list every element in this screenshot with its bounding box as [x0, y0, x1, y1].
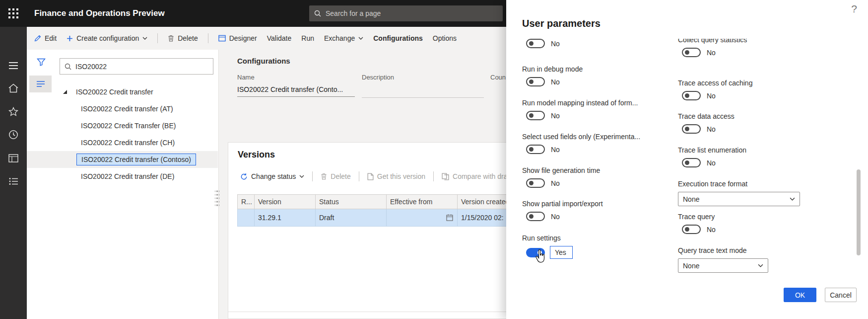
nav-recent-button[interactable]: [0, 125, 27, 145]
change-status-icon: [240, 173, 248, 180]
row-select-cell[interactable]: [238, 209, 255, 226]
compare-label: Compare with dra: [453, 172, 508, 180]
validate-button[interactable]: Validate: [267, 34, 292, 42]
tree-item[interactable]: ISO20022 Credit transfer (DE): [27, 168, 218, 185]
delete-button[interactable]: Delete: [168, 34, 198, 42]
compare-icon: [442, 173, 449, 180]
create-configuration-button[interactable]: Create configuration: [67, 34, 147, 42]
description-field-group: Description: [362, 74, 484, 98]
toggle-value: No: [707, 92, 716, 100]
help-icon[interactable]: ?: [851, 3, 857, 15]
tree-item-label: ISO20022 Credit transfer (DE): [81, 172, 174, 180]
chevron-down-icon: [142, 37, 147, 40]
home-icon: [8, 83, 18, 93]
menu-configurations[interactable]: Configurations: [373, 34, 423, 42]
create-configuration-label: Create configuration: [76, 34, 139, 42]
select-value: None: [683, 195, 699, 203]
page-search-input[interactable]: [326, 9, 498, 17]
setting-item: Trace query No: [678, 213, 829, 234]
chevron-down-icon: [790, 197, 795, 201]
toggle-value: No: [707, 226, 716, 234]
favorites-icon: [8, 107, 18, 116]
chevron-down-icon: [299, 175, 304, 178]
description-field-value[interactable]: [362, 85, 484, 98]
nav-workspace-button[interactable]: [0, 148, 27, 168]
tree-item-label: ISO20022 Credit transfer (CH): [81, 139, 175, 147]
cancel-button[interactable]: Cancel: [825, 288, 857, 302]
nav-home-button[interactable]: [0, 78, 27, 98]
tree-item-selected[interactable]: ISO20022 Credit transfer (Contoso): [27, 151, 218, 168]
delete-version-label: Delete: [331, 172, 350, 180]
flyout-title: User parameters: [522, 18, 601, 29]
collect-query-statistics-toggle[interactable]: [682, 48, 701, 57]
trace-access-of-caching-toggle[interactable]: [682, 91, 701, 100]
toolbar-separator: [208, 33, 208, 43]
name-field-value[interactable]: ISO20022 Credit transfer (Conto...: [237, 85, 355, 97]
nav-hamburger-button[interactable]: [0, 56, 27, 76]
edit-button[interactable]: Edit: [34, 34, 57, 42]
show-file-generation-time-toggle[interactable]: [526, 178, 545, 188]
designer-button[interactable]: Designer: [218, 34, 257, 42]
setting-label: Show file generation time: [522, 166, 673, 174]
filter-button[interactable]: [33, 55, 50, 70]
setting-item-clipped: No: [522, 39, 673, 48]
toggle-value: No: [707, 159, 716, 167]
app-launcher-button[interactable]: [0, 0, 27, 27]
options-menu-label: Options: [433, 34, 457, 42]
execution-trace-format-select[interactable]: None: [678, 192, 800, 206]
get-version-icon: [367, 173, 374, 180]
get-this-version-button[interactable]: Get this version: [367, 172, 425, 180]
query-trace-text-mode-select[interactable]: None: [678, 258, 768, 273]
select-used-fields-toggle[interactable]: [526, 145, 545, 154]
flyout-scrollbar-thumb[interactable]: [857, 169, 861, 255]
compare-button[interactable]: Compare with dra: [442, 172, 508, 180]
setting-label: Run model mapping instead of form...: [522, 99, 673, 107]
tree-search-box[interactable]: [60, 58, 213, 75]
delete-version-button[interactable]: Delete: [321, 172, 350, 180]
delete-icon: [168, 35, 174, 42]
toolbar-separator: [157, 33, 158, 43]
column-header[interactable]: R...: [238, 195, 255, 209]
tree-item[interactable]: ISO20022 Credit Transfer (BE): [27, 117, 218, 134]
versions-toolbar: Change status Delete Get this version Co…: [240, 171, 508, 181]
status-cell: Draft: [316, 209, 387, 226]
effective-from-cell[interactable]: [387, 209, 458, 226]
configuration-tree: ISO20022 Credit transfer ISO20022 Credit…: [27, 83, 218, 185]
delete-label: Delete: [178, 34, 198, 42]
show-partial-import-export-toggle[interactable]: [526, 212, 545, 221]
run-in-debug-mode-toggle[interactable]: [526, 77, 545, 86]
calendar-icon[interactable]: [446, 214, 454, 222]
toggle-value: No: [551, 179, 560, 187]
expand-triangle-icon: [63, 89, 67, 94]
tree-item-label: ISO20022 Credit transfer (Contoso): [76, 154, 196, 165]
nav-favorites-button[interactable]: [0, 101, 27, 121]
tree-item[interactable]: ISO20022 Credit transfer (CH): [27, 134, 218, 151]
ok-button[interactable]: OK: [784, 288, 816, 302]
name-field-label: Name: [237, 74, 355, 81]
nav-checklist-button[interactable]: [0, 171, 27, 191]
app-title: Finance and Operations Preview: [34, 0, 165, 27]
tree-item[interactable]: ISO20022 Credit transfer (AT): [27, 100, 218, 117]
flyout-body: No Run in debug mode No Run model mappin…: [506, 39, 868, 283]
change-status-button[interactable]: Change status: [240, 172, 304, 180]
add-icon: [67, 35, 73, 42]
nav-rail: [0, 27, 27, 319]
trace-data-access-toggle[interactable]: [682, 124, 701, 134]
run-settings-toggle[interactable]: [526, 248, 545, 257]
trace-query-toggle[interactable]: [682, 225, 701, 234]
trace-list-enumeration-toggle[interactable]: [682, 158, 701, 167]
page-search-box[interactable]: [309, 5, 503, 21]
run-settings-value-box[interactable]: Yes: [550, 246, 573, 259]
column-header[interactable]: Version: [255, 195, 316, 209]
run-button[interactable]: Run: [301, 34, 314, 42]
column-header[interactable]: Effective from: [387, 195, 458, 209]
tree-search-input[interactable]: [75, 63, 208, 71]
menu-options[interactable]: Options: [433, 34, 457, 42]
clipped-setting-toggle[interactable]: [526, 39, 545, 48]
versions-title: Versions: [238, 150, 275, 160]
tree-root-item[interactable]: ISO20022 Credit transfer: [27, 83, 218, 100]
column-header[interactable]: Status: [316, 195, 387, 209]
run-model-mapping-toggle[interactable]: [526, 111, 545, 120]
exchange-button[interactable]: Exchange: [324, 34, 363, 42]
section-title: Configurations: [237, 57, 290, 65]
